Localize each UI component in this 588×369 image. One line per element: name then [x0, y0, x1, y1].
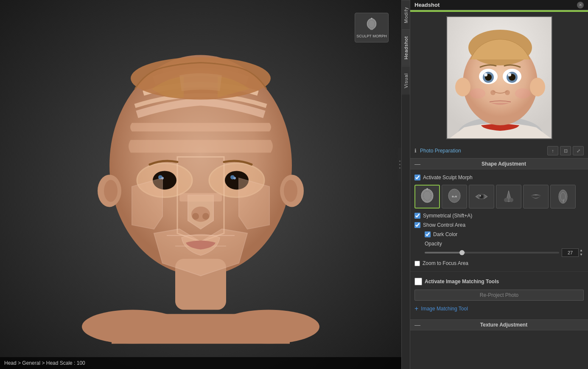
svg-point-47: [448, 189, 460, 203]
opacity-slider[interactable]: [425, 252, 559, 254]
add-tool-row[interactable]: + Image Matching Tool: [414, 303, 584, 314]
activate-sculpt-morph-label: Activate Sculpt Morph: [423, 175, 473, 180]
activate-image-matching-label: Activate Image Matching Tools: [425, 279, 499, 284]
morph-btn-face[interactable]: [442, 185, 467, 208]
svg-point-53: [504, 198, 508, 202]
svg-point-30: [455, 78, 470, 96]
svg-rect-3: [370, 28, 373, 30]
svg-point-16: [233, 177, 236, 179]
tab-visual[interactable]: Visual: [402, 66, 410, 95]
svg-point-46: [426, 188, 428, 190]
morph-btn-nose[interactable]: [496, 185, 521, 208]
dark-color-section: Dark Color Opacity 27 ▲ ▼: [414, 230, 584, 259]
activate-sculpt-morph-checkbox[interactable]: [414, 175, 420, 180]
re-project-button[interactable]: Re-Project Photo: [414, 290, 584, 301]
svg-rect-17: [179, 193, 222, 201]
right-panel: Headshot ✕: [410, 0, 588, 369]
svg-point-40: [490, 90, 496, 95]
image-matching-section: Activate Image Matching Tools Re-Project…: [410, 271, 588, 318]
opacity-up-arrow[interactable]: ▲: [579, 248, 584, 253]
svg-point-24: [284, 180, 297, 202]
tab-modify[interactable]: Modify: [402, 0, 410, 29]
opacity-down-arrow[interactable]: ▼: [579, 253, 584, 257]
svg-point-44: [421, 189, 433, 203]
activate-sculpt-morph-row: Activate Sculpt Morph: [414, 173, 584, 182]
texture-adjustment-title: Texture Adjustment: [424, 322, 584, 328]
svg-point-43: [515, 88, 530, 99]
opacity-slider-row: 27 ▲ ▼: [425, 248, 584, 257]
texture-collapse-btn[interactable]: —: [414, 321, 420, 328]
svg-point-55: [559, 190, 567, 203]
tab-headshot[interactable]: Headshot: [402, 29, 410, 66]
opacity-spinners[interactable]: ▲ ▼: [579, 248, 584, 257]
svg-point-49: [455, 196, 457, 197]
zoom-focus-label: Zoom to Focus Area: [423, 260, 468, 266]
photo-prep-link[interactable]: Photo Preparation: [420, 148, 544, 154]
activate-image-matching-row: Activate Image Matching Tools: [414, 276, 584, 287]
svg-point-54: [509, 198, 513, 202]
svg-point-38: [484, 73, 487, 76]
expand-icon-btn[interactable]: ⤢: [573, 146, 584, 155]
symmetrical-checkbox[interactable]: [414, 213, 420, 219]
svg-point-19: [192, 213, 199, 220]
status-text: Head > General > Head Scale : 100: [4, 360, 85, 366]
shape-adjustment-header: — Shape Adjustment: [410, 158, 588, 169]
morph-btn-ear[interactable]: [550, 185, 576, 208]
viewport: SCULPT MORPH: [0, 0, 401, 369]
status-bar: Head > General > Head Scale : 100: [0, 357, 401, 369]
add-tool-plus: +: [414, 305, 418, 313]
info-icon[interactable]: ℹ: [414, 148, 417, 154]
add-tool-label: Image Matching Tool: [421, 306, 468, 312]
dark-color-row: Dark Color: [425, 230, 584, 239]
svg-point-2: [371, 18, 372, 20]
svg-point-22: [104, 180, 118, 202]
opacity-value-display: 27: [562, 248, 579, 257]
sculpt-morph-button[interactable]: SCULPT MORPH: [355, 13, 389, 42]
sidebar-tabs: Modify Headshot Visual: [401, 0, 410, 369]
svg-point-48: [452, 196, 454, 197]
photo-toolbar-icons: ↑ ⊡ ⤢: [547, 146, 584, 155]
svg-point-31: [530, 78, 545, 96]
shape-collapse-btn[interactable]: —: [414, 161, 420, 167]
morph-btn-eye[interactable]: [469, 185, 494, 208]
panel-resize-handle[interactable]: [398, 148, 401, 182]
fit-icon-btn[interactable]: ⊡: [560, 146, 571, 155]
close-button[interactable]: ✕: [577, 2, 584, 8]
svg-point-39: [508, 73, 511, 76]
opacity-label: Opacity: [425, 241, 584, 247]
opacity-row: Opacity 27 ▲ ▼: [425, 239, 584, 259]
activate-image-matching-checkbox[interactable]: [414, 278, 422, 285]
main-layout: SCULPT MORPH: [0, 0, 588, 369]
upload-icon-btn[interactable]: ↑: [547, 146, 558, 155]
show-control-area-label: Show Control Area: [423, 222, 465, 228]
morph-btn-lips[interactable]: [523, 185, 549, 208]
shape-adjustment-title: Shape Adjustment: [424, 161, 584, 167]
symmetrical-label: Symmetrical (Shift+A): [423, 213, 472, 219]
baby-face-display: [69, 38, 332, 344]
morph-btn-head[interactable]: [414, 185, 440, 208]
sculpt-morph-label: SCULPT MORPH: [356, 34, 386, 38]
show-control-area-checkbox[interactable]: [414, 222, 420, 228]
dark-color-checkbox[interactable]: [425, 231, 431, 237]
symmetrical-row: Symmetrical (Shift+A): [414, 211, 584, 220]
panel-title: Headshot: [414, 2, 440, 8]
texture-adjustment-header: — Texture Adjustment: [410, 319, 588, 330]
dark-color-label: Dark Color: [433, 231, 457, 237]
photo-toolbar: ℹ Photo Preparation ↑ ⊡ ⤢: [410, 144, 588, 158]
show-control-area-row: Show Control Area: [414, 220, 584, 230]
zoom-focus-checkbox[interactable]: [414, 261, 420, 266]
morph-type-buttons: [414, 182, 584, 211]
svg-point-41: [505, 90, 510, 95]
shape-adjustment-content: Activate Sculpt Morph: [410, 169, 588, 271]
svg-point-52: [479, 195, 481, 197]
svg-point-42: [470, 88, 485, 99]
zoom-focus-row: Zoom to Focus Area: [414, 259, 584, 268]
svg-point-20: [202, 213, 209, 220]
panel-title-bar: Headshot ✕: [410, 0, 588, 10]
photo-frame: [446, 16, 552, 139]
svg-rect-8: [112, 314, 290, 344]
opacity-value-container: 27 ▲ ▼: [562, 248, 584, 257]
photo-area: [410, 12, 588, 144]
